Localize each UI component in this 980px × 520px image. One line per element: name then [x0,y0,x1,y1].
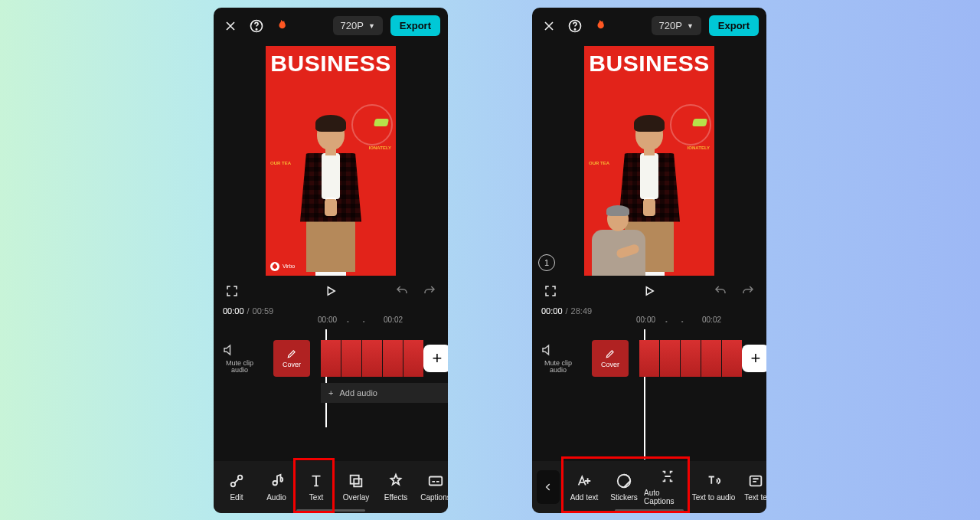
preview-title-text: BUSINESS [266,51,396,77]
flame-icon[interactable] [273,18,289,34]
mute-clip-audio-button[interactable]: Mute clip audio [221,343,258,375]
preview-person-main [285,107,377,276]
tool-effects[interactable]: Effects [376,473,416,502]
svg-point-1 [256,28,256,29]
video-clip-track[interactable] [321,340,423,377]
svg-rect-6 [430,476,443,485]
resolution-selector[interactable]: 720P ▼ [652,16,701,35]
redo-button[interactable] [739,282,757,300]
add-audio-row[interactable]: + Add audio [321,383,448,403]
tool-text-to-audio[interactable]: Text to audio [691,473,736,502]
caret-down-icon: ▼ [687,22,694,30]
bottom-toolbar: Add text Stickers Auto Captions Text to … [532,461,766,513]
tool-auto-captions[interactable]: Auto Captions [644,468,691,505]
player-controls [214,276,448,306]
flame-icon[interactable] [592,18,607,34]
resolution-label: 720P [341,20,364,31]
timeline[interactable]: Mute clip audio Cover + + Add audio [214,329,448,427]
fullscreen-icon[interactable] [223,282,241,300]
svg-point-8 [574,28,575,29]
resolution-label: 720P [659,20,682,31]
video-preview[interactable]: BUSINESS OUR TEA IONATELY Virbo [266,46,396,276]
tool-stickers[interactable]: Stickers [604,473,644,502]
svg-rect-5 [354,479,361,486]
topbar: 720P ▼ Export [214,8,448,44]
time-separator: / [566,306,568,316]
timecode: 00:00 / 28:49 [532,306,766,316]
mute-clip-audio-button[interactable]: Mute clip audio [540,343,577,375]
watermark: Virbo [270,262,295,271]
ruler-tick-0: 00:00 [318,316,337,324]
back-button[interactable] [537,470,560,504]
play-button[interactable] [640,282,658,300]
undo-button[interactable] [711,282,730,300]
plus-icon: + [328,388,333,397]
topbar: 720P ▼ Export [532,8,766,44]
caret-down-icon: ▼ [368,22,375,30]
phone-left: 720P ▼ Export BUSINESS OUR TEA IONATELY … [214,8,448,513]
fullscreen-icon[interactable] [541,282,560,300]
export-button[interactable]: Export [390,15,440,36]
help-icon[interactable] [566,17,584,35]
help-icon[interactable] [247,17,266,35]
cover-thumbnail[interactable]: Cover [273,340,310,377]
time-separator: / [247,306,250,316]
preview-title-text: BUSINESS [584,51,714,77]
tool-captions[interactable]: Captions [416,473,448,502]
add-clip-button[interactable]: + [423,345,448,372]
time-current: 00:00 [223,306,244,316]
bottom-toolbar: Edit Audio Text Overlay Effects Captions [214,461,448,513]
video-preview[interactable]: BUSINESS OUR TEA IONATELY [584,46,714,276]
scroll-indicator [615,509,684,512]
play-button[interactable] [322,282,340,300]
tool-edit[interactable]: Edit [217,473,256,502]
ruler-tick-1: 00:02 [384,316,403,324]
resolution-selector[interactable]: 720P ▼ [333,16,383,35]
tool-audio[interactable]: Audio [256,473,296,502]
export-button[interactable]: Export [709,15,759,36]
cover-thumbnail[interactable]: Cover [592,340,629,377]
layer-count-badge[interactable]: 1 [538,254,555,271]
ruler-tick-1: 00:02 [702,316,721,324]
close-icon[interactable] [540,17,558,35]
timeline[interactable]: Mute clip audio Cover + [532,329,766,427]
tool-text[interactable]: Text [296,473,336,502]
timecode: 00:00 / 00:59 [214,306,448,316]
time-total: 28:49 [571,306,593,316]
video-clip-track[interactable] [639,340,742,377]
phone-right: 720P ▼ Export 1 BUSINESS OUR TEA IONATEL… [532,8,766,513]
player-controls [532,276,766,306]
undo-button[interactable] [393,282,411,300]
time-total: 00:59 [253,306,274,316]
time-current: 00:00 [541,306,563,316]
redo-button[interactable] [420,282,439,300]
ruler-tick-0: 00:00 [636,316,655,324]
tool-text-templates[interactable]: Text te [736,473,766,502]
tool-add-text[interactable]: Add text [564,473,604,502]
add-clip-button[interactable]: + [742,345,766,372]
tool-overlay[interactable]: Overlay [336,473,376,502]
preview-person-overlay [590,202,652,276]
close-icon[interactable] [221,17,240,35]
scroll-indicator [296,509,365,512]
